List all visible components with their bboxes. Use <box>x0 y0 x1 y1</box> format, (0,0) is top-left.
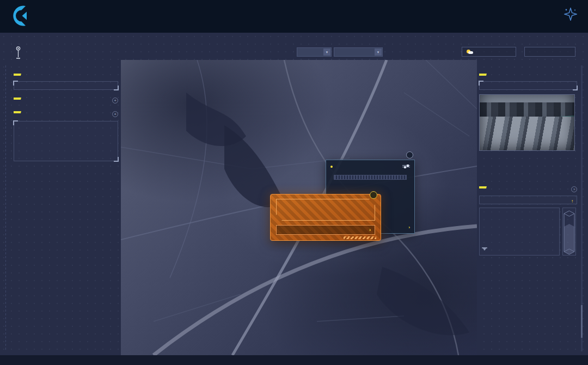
city-map[interactable]: › › <box>121 60 477 355</box>
bar-tooltip <box>482 247 487 248</box>
status-dot <box>330 166 333 168</box>
panel-title-badge <box>14 74 21 76</box>
radar-panel <box>479 258 577 312</box>
dashboard: › › <box>0 33 588 365</box>
streetlamp-icon <box>15 46 21 59</box>
system-failure-alert: › <box>270 194 381 241</box>
expand-chart-button[interactable]: + <box>112 111 118 117</box>
inspiration-collect[interactable] <box>564 8 580 21</box>
filter-sliders-icon[interactable] <box>402 164 410 169</box>
area-select[interactable]: ▼ <box>297 47 332 57</box>
panel-title-badge <box>479 186 487 188</box>
camera-panel <box>479 94 577 181</box>
sparkle-star-icon <box>564 8 577 21</box>
app-title-block <box>15 46 25 59</box>
weather-widget <box>462 47 516 57</box>
brightness-bar <box>334 175 407 180</box>
promo-banner <box>0 0 588 33</box>
next-page-button[interactable]: › <box>571 186 577 192</box>
workbook-panel: › ↑ <box>479 186 577 256</box>
up-arrow-icon: ↑ <box>571 199 573 204</box>
camera-feed <box>479 94 575 151</box>
panel-title-badge <box>479 74 487 76</box>
tank-gauge <box>562 208 576 256</box>
region-select[interactable]: ▼ <box>334 47 383 57</box>
panel-title-badge <box>14 111 21 113</box>
alert-frame <box>276 199 375 221</box>
camera-pan-pad <box>479 154 506 181</box>
chevron-down-icon: ▼ <box>375 48 382 56</box>
left-ruler <box>5 65 6 351</box>
control-panel: + <box>14 98 118 104</box>
popup-more-button[interactable]: › <box>407 225 411 230</box>
data-7days-panel: + <box>14 111 118 161</box>
chevron-down-icon: ▼ <box>323 48 330 56</box>
workbook-stats: ↑ <box>479 196 577 204</box>
add-schedule-button[interactable]: + <box>112 98 118 104</box>
workbook-bar-chart <box>479 208 560 256</box>
hatch-decoration <box>344 236 376 239</box>
close-icon[interactable] <box>406 151 413 159</box>
right-scrollbar[interactable] <box>581 65 583 351</box>
lanlan-logo <box>9 4 34 27</box>
footer-bar <box>0 355 588 365</box>
radar-chart <box>480 259 537 311</box>
environment-panel <box>479 68 577 90</box>
current-data-panel <box>14 68 118 90</box>
lanlan-logo-icon <box>9 4 30 27</box>
date-widget <box>524 47 575 57</box>
sun-cloud-icon <box>467 50 473 54</box>
week-line-chart <box>14 121 118 161</box>
close-icon[interactable] <box>370 191 377 199</box>
alert-more-button[interactable]: › <box>367 227 371 233</box>
panel-title-badge <box>14 98 21 100</box>
screen: › › <box>0 0 588 365</box>
